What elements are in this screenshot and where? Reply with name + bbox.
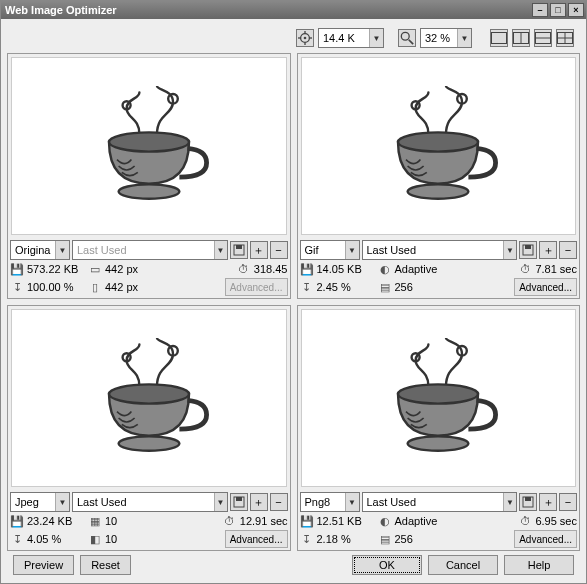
chevron-down-icon: ▼ [457,29,471,47]
percent: 4.05 % [27,533,61,545]
stat-b: 7.81 sec [535,263,577,275]
disk-icon [233,496,245,508]
coffee-cup-image [373,338,503,458]
svg-point-36 [408,436,469,450]
svg-rect-21 [236,245,242,249]
preset-value[interactable] [363,241,504,259]
zoom-dropdown[interactable]: ▼ [420,28,472,48]
chevron-down-icon: ▼ [369,29,383,47]
remove-preset-button[interactable]: − [270,241,288,259]
format-value[interactable] [301,241,345,259]
preset-dropdown[interactable]: ▼ [362,240,518,260]
preset-value[interactable] [73,493,214,511]
format-value[interactable] [11,241,55,259]
svg-line-7 [409,40,413,44]
file-size: 12.51 KB [317,515,362,527]
magnifier-icon [400,31,414,45]
format-value[interactable] [11,493,55,511]
save-preset-button[interactable] [519,241,537,259]
timer-icon: ⏱ [518,514,532,528]
coffee-cup-image [84,86,214,206]
remove-preset-button[interactable]: − [559,493,577,511]
svg-point-24 [408,184,469,198]
advanced-button[interactable]: Advanced... [514,278,577,296]
preview-grid: ▼ ▼ ＋ − 💾 573.22 KB [7,53,580,551]
modem-speed-value[interactable] [319,29,369,47]
save-preset-button[interactable] [230,241,248,259]
add-preset-button[interactable]: ＋ [250,493,268,511]
chevron-down-icon: ▼ [214,241,227,259]
chevron-down-icon: ▼ [503,241,516,259]
format-dropdown[interactable]: ▼ [10,240,70,260]
image-preview[interactable] [11,309,287,487]
cancel-button[interactable]: Cancel [428,555,498,575]
svg-point-31 [109,384,189,403]
height-icon: ▯ [88,280,102,294]
preview-button[interactable]: Preview [13,555,74,575]
save-preset-button[interactable] [519,493,537,511]
file-size: 23.24 KB [27,515,72,527]
layout-1up-button[interactable] [490,29,508,47]
bottom-bar: Preview Reset OK Cancel Help [7,551,580,579]
disk-icon [522,496,534,508]
quality-icon: ▦ [88,514,102,528]
remove-preset-button[interactable]: − [270,493,288,511]
panel-controls: ▼ ▼ ＋ − 💾 14.05 KB [298,238,580,298]
minimize-button[interactable]: – [532,3,548,17]
save-preset-button[interactable] [230,493,248,511]
image-preview[interactable] [301,309,577,487]
format-dropdown[interactable]: ▼ [300,492,360,512]
advanced-button[interactable]: Advanced... [514,530,577,548]
svg-rect-33 [236,497,242,501]
percent-icon: ↧ [10,532,24,546]
top-toolbar: ▼ ▼ [7,23,580,53]
zoom-tool-icon[interactable] [398,29,416,47]
layout-2up-h-icon [535,32,551,44]
format-dropdown[interactable]: ▼ [300,240,360,260]
reset-button[interactable]: Reset [80,555,131,575]
preset-value[interactable] [363,493,504,511]
preset-dropdown[interactable]: ▼ [72,240,228,260]
layout-2up-v-button[interactable] [512,29,530,47]
filesize-icon: 💾 [300,262,314,276]
layout-4up-button[interactable] [556,29,574,47]
filesize-icon: 💾 [10,514,24,528]
zoom-value[interactable] [421,29,457,47]
svg-point-6 [401,32,409,40]
smooth-icon: ◧ [88,532,102,546]
advanced-button[interactable]: Advanced... [225,530,288,548]
percent-icon: ↧ [300,280,314,294]
format-value[interactable] [301,493,345,511]
image-preview[interactable] [11,57,287,235]
panel-controls: ▼ ▼ ＋ − 💾 12.51 KB [298,490,580,550]
modem-icon[interactable] [296,29,314,47]
maximize-button[interactable]: □ [550,3,566,17]
image-preview[interactable] [301,57,577,235]
width-icon: ▭ [88,262,102,276]
chevron-down-icon: ▼ [214,493,227,511]
help-button[interactable]: Help [504,555,574,575]
preset-value[interactable] [73,241,214,259]
palette-icon: ◐ [378,514,392,528]
timer-icon: ⏱ [223,514,237,528]
coffee-cup-image [84,338,214,458]
chevron-down-icon: ▼ [345,493,359,511]
file-size: 573.22 KB [27,263,78,275]
ok-button[interactable]: OK [352,555,422,575]
panel-controls: ▼ ▼ ＋ − 💾 23.24 KB [8,490,290,550]
preview-panel-2: ▼ ▼ ＋ − 💾 23.24 KB [7,305,291,551]
modem-speed-dropdown[interactable]: ▼ [318,28,384,48]
content-area: ▼ ▼ [1,19,586,583]
gear-icon [298,31,312,45]
layout-2up-h-button[interactable] [534,29,552,47]
add-preset-button[interactable]: ＋ [539,493,557,511]
close-button[interactable]: × [568,3,584,17]
add-preset-button[interactable]: ＋ [250,241,268,259]
remove-preset-button[interactable]: − [559,241,577,259]
stat-c: 10 [105,533,117,545]
preset-dropdown[interactable]: ▼ [362,492,518,512]
add-preset-button[interactable]: ＋ [539,241,557,259]
format-dropdown[interactable]: ▼ [10,492,70,512]
preset-dropdown[interactable]: ▼ [72,492,228,512]
stat-a: Adaptive [395,263,438,275]
